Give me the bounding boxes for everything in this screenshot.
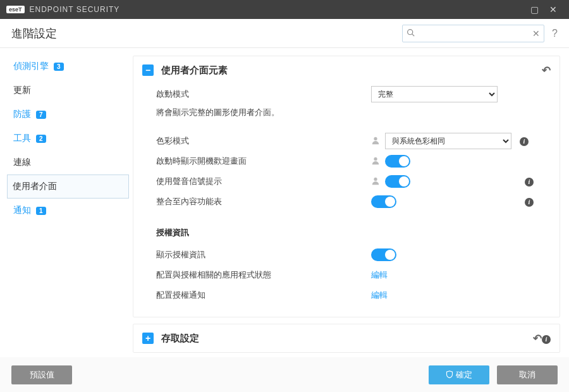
sidebar-item-label: 工具 xyxy=(13,133,31,144)
sidebar: 偵測引擎 3 更新 防護 7 工具 2 連線 使用者介面 通知 1 xyxy=(0,48,133,223)
footer-bar: 預設值 確定 取消 xyxy=(0,357,569,392)
startup-mode-description: 將會顯示完整的圖形使用者介面。 xyxy=(156,107,548,118)
user-icon xyxy=(371,136,380,147)
panel-title: 使用者介面元素 xyxy=(161,64,228,77)
sidebar-item-connection[interactable]: 連線 xyxy=(2,150,133,175)
help-icon[interactable]: ? xyxy=(552,28,558,39)
window-maximize-icon[interactable]: ▢ xyxy=(525,4,544,15)
top-bar: 進階設定 ✕ ? xyxy=(0,19,569,48)
expand-icon[interactable]: + xyxy=(142,333,154,344)
panel-header-access-settings[interactable]: + 存取設定 ↶ i xyxy=(133,324,560,352)
sidebar-item-tools[interactable]: 工具 2 xyxy=(2,126,133,150)
info-icon[interactable]: i xyxy=(524,176,534,187)
svg-point-2 xyxy=(374,137,377,140)
edit-notifications-link[interactable]: 編輯 xyxy=(371,290,388,301)
sidebar-item-update[interactable]: 更新 xyxy=(2,78,133,102)
window-close-icon[interactable]: ✕ xyxy=(544,4,563,15)
panel-access-settings: + 存取設定 ↶ i xyxy=(133,324,560,353)
svg-point-4 xyxy=(374,177,377,180)
sidebar-item-label: 更新 xyxy=(13,85,31,96)
sidebar-item-protection[interactable]: 防護 7 xyxy=(2,102,133,126)
integrate-context-toggle[interactable] xyxy=(371,195,396,208)
cancel-button[interactable]: 取消 xyxy=(497,365,558,384)
reset-icon[interactable]: ↶ xyxy=(542,64,551,77)
user-icon xyxy=(371,176,380,187)
content-area: − 使用者介面元素 ↶ 啟動模式 完整 將會顯示完整的圖形使用者介面。 色彩模式 xyxy=(133,48,569,357)
license-section-title: 授權資訊 xyxy=(156,227,548,238)
sidebar-item-label: 連線 xyxy=(13,157,31,168)
search-input[interactable] xyxy=(417,29,532,38)
show-splash-toggle[interactable] xyxy=(385,155,410,168)
sidebar-badge: 2 xyxy=(36,135,46,143)
user-icon xyxy=(371,156,380,167)
svg-point-3 xyxy=(374,157,377,160)
title-bar: eseT ENDPOINT SECURITY ▢ ✕ xyxy=(0,0,569,19)
show-license-label: 顯示授權資訊 xyxy=(156,249,371,260)
panel-header-ui-elements[interactable]: − 使用者介面元素 ↶ xyxy=(133,56,560,84)
edit-app-states-link[interactable]: 編輯 xyxy=(371,269,388,281)
startup-mode-select[interactable]: 完整 xyxy=(371,86,498,102)
search-box[interactable]: ✕ xyxy=(402,25,544,42)
color-mode-select[interactable]: 與系統色彩相同 xyxy=(385,133,511,149)
sidebar-badge: 7 xyxy=(36,111,46,119)
svg-point-0 xyxy=(408,29,413,34)
ok-button[interactable]: 確定 xyxy=(429,365,489,384)
sidebar-badge: 1 xyxy=(36,207,46,215)
sidebar-badge: 3 xyxy=(54,63,64,71)
config-notifications-label: 配置授權通知 xyxy=(156,290,371,301)
info-icon[interactable]: i xyxy=(519,136,529,146)
sidebar-item-user-interface[interactable]: 使用者介面 xyxy=(7,175,129,199)
clear-search-icon[interactable]: ✕ xyxy=(532,28,540,39)
panel-title: 存取設定 xyxy=(161,333,199,345)
default-button[interactable]: 預設值 xyxy=(11,365,72,384)
product-title: ENDPOINT SECURITY xyxy=(30,5,525,14)
show-splash-label: 啟動時顯示開機歡迎畫面 xyxy=(156,156,371,167)
integrate-context-label: 整合至內容功能表 xyxy=(156,196,371,207)
shield-icon xyxy=(446,371,453,380)
collapse-icon[interactable]: − xyxy=(142,64,154,76)
sidebar-item-label: 偵測引擎 xyxy=(13,61,49,72)
reset-icon[interactable]: ↶ xyxy=(533,332,542,345)
color-mode-label: 色彩模式 xyxy=(156,135,371,147)
info-icon[interactable]: i xyxy=(542,333,551,344)
svg-line-1 xyxy=(412,34,414,35)
panel-ui-elements: − 使用者介面元素 ↶ 啟動模式 完整 將會顯示完整的圖形使用者介面。 色彩模式 xyxy=(133,56,560,317)
audio-hint-label: 使用聲音信號提示 xyxy=(156,176,371,187)
info-icon[interactable]: i xyxy=(524,197,534,207)
audio-hint-toggle[interactable] xyxy=(385,175,410,188)
sidebar-item-notifications[interactable]: 通知 1 xyxy=(2,199,133,223)
config-app-states-label: 配置與授權相關的應用程式狀態 xyxy=(156,269,371,281)
brand-logo: eseT xyxy=(6,6,25,13)
show-license-toggle[interactable] xyxy=(371,248,396,261)
sidebar-item-detection-engine[interactable]: 偵測引擎 3 xyxy=(2,54,133,78)
sidebar-item-label: 通知 xyxy=(13,205,31,216)
page-title: 進階設定 xyxy=(11,26,57,41)
sidebar-item-label: 防護 xyxy=(13,109,31,120)
startup-mode-label: 啟動模式 xyxy=(156,89,371,100)
sidebar-item-label: 使用者介面 xyxy=(13,181,57,192)
search-icon xyxy=(407,28,415,39)
